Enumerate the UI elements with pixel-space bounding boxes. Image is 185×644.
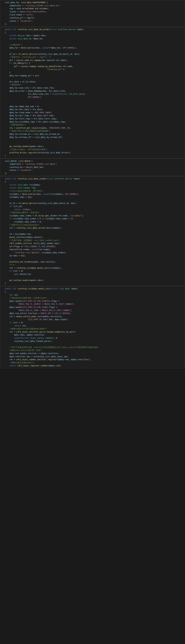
section-func-media-init: static int rockchip_csi2dphy_media_init(… <box>0 286 185 368</box>
section-func-hw-probe: static int rockchip_csi2_dphy_hw_probe(s… <box>0 27 185 158</box>
func-media-init-code: static int rockchip_csi2dphy_media_init(… <box>3 287 182 367</box>
dts-csi2-dphy0-code: csi2_dphy0: csi2-dphy0 { compatible = "r… <box>3 160 182 175</box>
func-csi2-probe-block: static int rockchip_csi2_dphy_probe(stru… <box>0 176 185 286</box>
func-media-init-block: static int rockchip_csi2dphy_media_init(… <box>0 286 185 368</box>
func-hw-probe-block: static int rockchip_csi2_dphy_hw_probe(s… <box>0 27 185 158</box>
dts-csi2-dphy0-block: csi2_dphy0: csi2-dphy0 { compatible = "r… <box>0 159 185 176</box>
func-hw-probe-code: static int rockchip_csi2_dphy_hw_probe(s… <box>3 28 182 157</box>
section-dts-csi2-dphy0: csi2_dphy0: csi2-dphy0 { compatible = "r… <box>0 158 185 176</box>
code-container: csi2_dphy_hw: csi2-dphy-hw@fe870000 { co… <box>0 0 185 368</box>
section-func-csi2-probe: static int rockchip_csi2_dphy_probe(stru… <box>0 176 185 286</box>
dts-csi2-dphy-hw-block: csi2_dphy_hw: csi2-dphy-hw@fe870000 { co… <box>0 0 185 26</box>
dts-csi2-dphy-hw-code: csi2_dphy_hw: csi2-dphy-hw@fe870000 { co… <box>3 1 182 26</box>
section-dts-csi2-dphy-hw: csi2_dphy_hw: csi2-dphy-hw@fe870000 { co… <box>0 0 185 27</box>
func-csi2-probe-code: static int rockchip_csi2_dphy_probe(stru… <box>3 177 182 285</box>
